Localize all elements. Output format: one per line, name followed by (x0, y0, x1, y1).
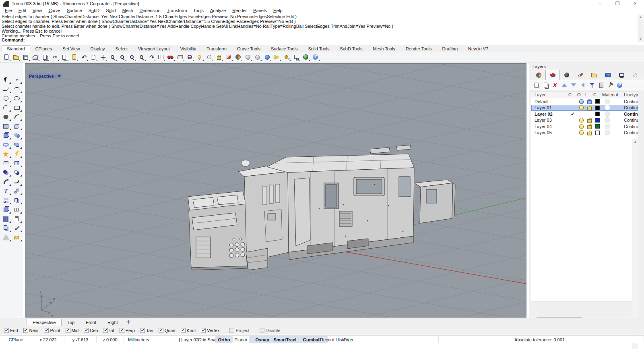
tab-visibility[interactable]: Visibility (175, 45, 202, 52)
layers-table-header[interactable]: Layer C... O... L... C... Material Linet… (531, 91, 638, 98)
array-rectangular-tool[interactable] (1, 214, 11, 223)
layer-linetype[interactable]: Continu (624, 130, 638, 135)
chamfer-tool[interactable] (12, 150, 22, 158)
scroll-up-icon[interactable]: ▲ (632, 139, 638, 144)
status-ortho[interactable]: Ortho (216, 336, 233, 343)
lights-button[interactable] (195, 53, 204, 62)
osnap-mid[interactable]: Mid (66, 328, 79, 333)
split-tool[interactable] (12, 159, 22, 168)
layer-lock-icon[interactable] (587, 100, 592, 104)
layer-linetype[interactable]: Continu (624, 118, 638, 123)
options-button[interactable] (282, 53, 291, 62)
layer-visibility-bulb-icon[interactable] (579, 130, 584, 135)
match-layer-button[interactable] (597, 81, 606, 89)
status-smarttrack[interactable]: SmartTrack (275, 336, 296, 343)
trim-tool[interactable] (1, 159, 11, 168)
tab-cplanes[interactable]: CPlanes (30, 45, 58, 52)
checkbox-icon[interactable] (23, 328, 28, 333)
surface-from-points-tool[interactable] (1, 122, 11, 131)
export-button[interactable] (40, 53, 50, 62)
box-tool[interactable] (1, 131, 11, 140)
status-units[interactable]: Millimeters (124, 336, 177, 343)
scale-tool[interactable] (12, 187, 22, 195)
menu-edit[interactable]: Edit (15, 8, 29, 13)
tab-standard[interactable]: Standard (2, 45, 30, 52)
menu-file[interactable]: File (2, 8, 15, 13)
checkbox-icon[interactable] (120, 328, 124, 333)
layer-linetype[interactable]: Continu (624, 99, 638, 104)
command-prompt[interactable]: Command: (2, 37, 637, 43)
fillet-edge-tool[interactable] (1, 177, 11, 186)
osnap-knot[interactable]: Knot (181, 328, 196, 333)
viewport-title[interactable]: Perspective (27, 73, 62, 79)
torus-tool[interactable] (1, 140, 11, 149)
zoom-dynamic-button[interactable] (118, 53, 127, 62)
tab-new-in-v7[interactable]: New in V7 (463, 45, 493, 52)
layer-color-swatch[interactable] (595, 124, 600, 129)
named-views-button[interactable] (166, 53, 175, 62)
layer-name[interactable]: Layer 01 (531, 105, 568, 110)
status-osnap[interactable]: Osnap (250, 336, 275, 343)
zoom-extents-button[interactable] (108, 53, 117, 62)
layer-material-icon[interactable] (605, 130, 610, 135)
osnap-perp[interactable]: Perp (120, 328, 135, 333)
check-tool[interactable] (12, 224, 22, 233)
point-tool[interactable] (12, 75, 22, 84)
panel-tab-display[interactable] (615, 70, 628, 80)
boolean-union-tool[interactable] (1, 168, 11, 177)
panel-tab-materials[interactable] (574, 70, 587, 80)
render-button[interactable] (262, 53, 272, 62)
flag-button[interactable] (272, 53, 281, 62)
open-file-button[interactable] (11, 53, 21, 62)
tab-render-tools[interactable]: Render Tools (400, 45, 437, 52)
osnap-point[interactable]: Point (44, 328, 60, 333)
viewport-tab-right[interactable]: Right (102, 319, 124, 326)
render-preview-button[interactable] (243, 53, 252, 62)
solid-edit-tool[interactable] (1, 205, 11, 214)
group-tool[interactable] (1, 224, 11, 233)
new-sublayer-button[interactable] (541, 81, 550, 89)
layer-visibility-bulb-icon[interactable] (579, 118, 584, 123)
select-pointer-tool[interactable] (1, 75, 11, 84)
add-viewport-tab-icon[interactable]: ✛ (124, 318, 134, 326)
status-grid-snap[interactable]: Grid Snap (200, 336, 216, 343)
rotate-view-button[interactable] (98, 53, 107, 62)
layer-row[interactable]: Default Continu (531, 98, 638, 105)
panel-tab-rendering[interactable] (560, 70, 574, 80)
tab-select[interactable]: Select (110, 45, 133, 52)
layer-name[interactable]: Default (531, 99, 568, 104)
layer-tools-button[interactable] (606, 81, 615, 89)
layer-name[interactable]: Layer 05 (531, 130, 568, 135)
zoom-window-button[interactable] (127, 53, 136, 62)
offset-tool[interactable] (12, 196, 22, 205)
status-empty[interactable] (640, 336, 644, 343)
panel-tab-settings[interactable] (628, 70, 642, 80)
tab-viewport-layout[interactable]: Viewport Layout (133, 45, 175, 52)
perspective-viewport[interactable]: z y x Perspective (25, 63, 526, 318)
osnap-cen[interactable]: Cen (84, 328, 98, 333)
print-button[interactable] (31, 53, 40, 62)
osnap-disable[interactable]: Disable (260, 328, 281, 333)
layer-state-button[interactable] (204, 53, 214, 62)
extend-curve-tool[interactable] (12, 177, 22, 186)
panel-tab-properties[interactable] (532, 70, 545, 80)
status-z[interactable]: z 0.000 (97, 336, 124, 343)
layer-material-icon[interactable] (605, 99, 610, 104)
sphere-tool[interactable] (12, 131, 22, 140)
panel-tab-layers[interactable] (545, 70, 560, 80)
status-tolerance[interactable]: Absolute tolerance: 0.001 (439, 336, 640, 343)
layer-linetype[interactable]: Continu (624, 124, 638, 129)
tab-set-view[interactable]: Set View (57, 45, 85, 52)
zoom-selected-button[interactable] (137, 53, 146, 62)
cplane-button[interactable] (185, 53, 194, 62)
layer-material-icon[interactable] (605, 105, 610, 110)
layer-color-swatch[interactable] (595, 106, 600, 110)
layer-visibility-bulb-icon[interactable] (579, 99, 584, 104)
layer-lock-icon[interactable] (587, 125, 592, 129)
layer-visibility-bulb-icon[interactable] (579, 105, 584, 110)
checkbox-icon[interactable] (260, 328, 264, 333)
menu-mesh[interactable]: Mesh (119, 8, 136, 13)
layer-lock-icon[interactable] (587, 119, 592, 123)
command-scrollbar[interactable]: ▲ ▼ (638, 15, 644, 42)
viewport-tab-perspective[interactable]: Perspective (27, 319, 62, 326)
